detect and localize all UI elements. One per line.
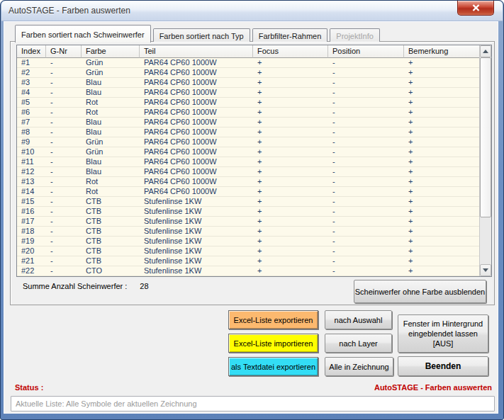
- table-cell: PAR64 CP60 1000W: [140, 68, 253, 77]
- table-cell: -: [46, 197, 82, 206]
- vertical-scrollbar[interactable]: [479, 45, 491, 276]
- table-cell: +: [404, 207, 481, 216]
- table-cell: #11: [17, 157, 46, 166]
- table-row[interactable]: #2-GrünPAR64 CP60 1000W+-+: [17, 68, 491, 78]
- table-cell: +: [404, 177, 481, 186]
- excel-import-button[interactable]: Excel-Liste importieren: [228, 334, 318, 353]
- table-row[interactable]: #1-GrünPAR64 CP60 1000W+-+: [17, 58, 491, 68]
- column-header[interactable]: Index: [17, 45, 46, 58]
- table-row[interactable]: #18-CTBStufenlinse 1KW+-+: [17, 227, 491, 237]
- table-cell: +: [253, 88, 328, 97]
- scroll-up-button[interactable]: [480, 45, 491, 57]
- arrow-up-icon: [483, 50, 488, 53]
- table-cell: -: [328, 88, 404, 97]
- table-row[interactable]: #4-BlauPAR64 CP60 1000W+-+: [17, 88, 491, 98]
- table-row[interactable]: #21-CTBStufenlinse 1KW+-+: [17, 256, 491, 266]
- hide-without-color-button[interactable]: Scheinwerfer ohne Farbe ausblenden: [354, 280, 486, 303]
- table-cell: PAR64 CP60 1000W: [140, 157, 253, 166]
- table-cell: +: [253, 197, 328, 206]
- table-row[interactable]: #14-RotPAR64 CP60 1000W+-+: [17, 187, 491, 197]
- scrollbar-thumb[interactable]: [480, 57, 491, 217]
- table-row[interactable]: #19-CTBStufenlinse 1KW+-+: [17, 237, 491, 246]
- table-row[interactable]: #6-RotPAR64 CP60 1000W+-+: [17, 108, 491, 118]
- column-header[interactable]: G-Nr: [46, 45, 82, 58]
- table-cell: -: [46, 118, 82, 127]
- table-cell: -: [328, 137, 404, 147]
- table-cell: PAR64 CP60 1000W: [140, 88, 253, 97]
- table-row[interactable]: #16-CTBStufenlinse 1KW+-+: [17, 207, 491, 217]
- summary-value: 28: [140, 282, 148, 290]
- table-cell: -: [328, 217, 404, 226]
- table-cell: +: [404, 58, 481, 67]
- table-cell: -: [46, 157, 82, 166]
- title-bar[interactable]: AutoSTAGE - Farben auswerten: [1, 1, 503, 21]
- table-cell: -: [46, 207, 82, 216]
- status-app-name: AutoSTAGE - Farben auswerten: [374, 383, 492, 392]
- table-cell: #8: [17, 127, 46, 137]
- table-cell: #6: [17, 108, 46, 117]
- table-row[interactable]: #22-CTOStufenlinse 1KW+-+: [17, 266, 491, 276]
- table-cell: #14: [17, 187, 46, 196]
- table-cell: #7: [17, 118, 46, 127]
- table-row[interactable]: #12-BlauPAR64 CP60 1000W+-+: [17, 167, 491, 177]
- table-cell: +: [253, 246, 328, 256]
- table-cell: -: [328, 98, 404, 107]
- nach-auswahl-button[interactable]: nach Auswahl: [325, 310, 392, 329]
- table-row[interactable]: #10-GrünPAR64 CP60 1000W+-+: [17, 147, 491, 157]
- background-toggle-button[interactable]: Fenster im Hintergrund eingeblendet lass…: [398, 314, 488, 353]
- table-cell: -: [46, 246, 82, 256]
- fixtures-table: IndexG-NrFarbeTeilFocusPositionBemerkung…: [16, 45, 492, 277]
- table-cell: #9: [17, 137, 46, 147]
- table-cell: Rot: [82, 98, 140, 107]
- table-row[interactable]: #17-CTBStufenlinse 1KW+-+: [17, 217, 491, 227]
- status-label: Status :: [15, 383, 43, 392]
- table-cell: Rot: [82, 108, 140, 117]
- column-header[interactable]: Farbe: [82, 45, 140, 58]
- table-cell: +: [404, 118, 481, 127]
- table-row[interactable]: #11-BlauPAR64 CP60 1000W+-+: [17, 157, 491, 167]
- table-row[interactable]: #7-BlauPAR64 CP60 1000W+-+: [17, 118, 491, 127]
- tab-3[interactable]: Farbfilter-Rahmen: [252, 28, 328, 42]
- table-cell: +: [253, 58, 328, 67]
- beenden-button[interactable]: Beenden: [398, 356, 488, 376]
- scroll-down-button[interactable]: [480, 264, 491, 276]
- table-row[interactable]: #3-BlauPAR64 CP60 1000W+-+: [17, 78, 491, 88]
- table-cell: +: [253, 68, 328, 77]
- table-cell: -: [46, 227, 82, 236]
- table-cell: -: [328, 108, 404, 117]
- close-button[interactable]: [457, 1, 494, 16]
- tab-4: ProjektInfo: [330, 28, 380, 42]
- table-cell: PAR64 CP60 1000W: [140, 127, 253, 137]
- table-cell: +: [253, 177, 328, 186]
- alle-in-zeichnung-button[interactable]: Alle in Zeichnung: [325, 357, 393, 376]
- table-cell: CTB: [82, 237, 140, 246]
- table-cell: Stufenlinse 1KW: [140, 246, 253, 256]
- column-header[interactable]: Position: [328, 45, 404, 58]
- table-row[interactable]: #8-BlauPAR64 CP60 1000W+-+: [17, 127, 491, 137]
- table-row[interactable]: #9-GrünPAR64 CP60 1000W+-+: [17, 137, 491, 147]
- nach-layer-button[interactable]: nach Layer: [325, 334, 392, 353]
- table-header: IndexG-NrFarbeTeilFocusPositionBemerkung: [17, 45, 491, 58]
- table-row[interactable]: #20-CTBStufenlinse 1KW+-+: [17, 246, 491, 256]
- table-row[interactable]: #5-RotPAR64 CP60 1000W+-+: [17, 98, 491, 108]
- tab-1[interactable]: Farben sortiert nach Schweinwerfer: [15, 25, 151, 42]
- tab-2[interactable]: Farben sortiert nach Typ: [153, 28, 250, 42]
- text-export-button[interactable]: als Textdatei exportieren: [228, 357, 318, 376]
- table-cell: -: [46, 187, 82, 196]
- column-header[interactable]: Bemerkung: [404, 45, 481, 58]
- column-header[interactable]: Focus: [253, 45, 328, 58]
- table-row[interactable]: #15-CTBStufenlinse 1KW+-+: [17, 197, 491, 207]
- table-cell: Blau: [82, 127, 140, 137]
- table-cell: CTB: [82, 217, 140, 226]
- table-cell: #4: [17, 88, 46, 97]
- current-list-field[interactable]: [11, 396, 495, 412]
- table-row[interactable]: #13-RotPAR64 CP60 1000W+-+: [17, 177, 491, 187]
- excel-export-button[interactable]: Excel-Liste exportieren: [228, 310, 318, 329]
- table-cell: -: [328, 197, 404, 206]
- table-cell: +: [253, 227, 328, 236]
- table-cell: Stufenlinse 1KW: [140, 266, 253, 276]
- table-cell: -: [46, 217, 82, 226]
- table-cell: -: [46, 108, 82, 117]
- arrow-down-icon: [483, 268, 488, 272]
- column-header[interactable]: Teil: [140, 45, 253, 58]
